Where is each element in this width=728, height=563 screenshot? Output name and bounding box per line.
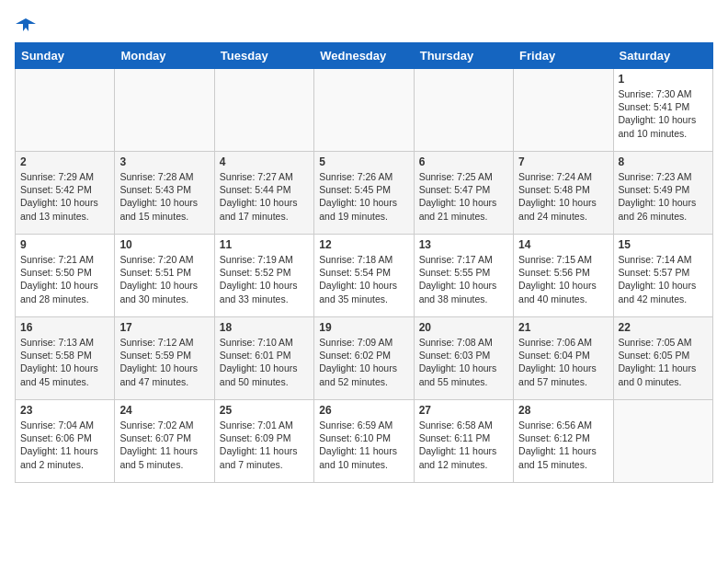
day-number: 16	[20, 321, 109, 334]
calendar-header-row: SundayMondayTuesdayWednesdayThursdayFrid…	[16, 43, 713, 69]
day-number: 8	[619, 155, 708, 168]
day-info: Sunrise: 7:19 AM Sunset: 5:52 PM Dayligh…	[220, 253, 309, 305]
calendar-cell: 6Sunrise: 7:25 AM Sunset: 5:47 PM Daylig…	[414, 152, 513, 235]
day-number: 20	[419, 321, 508, 334]
calendar-cell: 21Sunrise: 7:06 AM Sunset: 6:04 PM Dayli…	[514, 317, 613, 400]
day-number: 12	[319, 238, 408, 251]
day-number: 1	[619, 73, 708, 86]
calendar-cell: 5Sunrise: 7:26 AM Sunset: 5:45 PM Daylig…	[314, 152, 414, 235]
calendar-cell: 27Sunrise: 6:58 AM Sunset: 6:11 PM Dayli…	[414, 400, 513, 483]
calendar-cell: 1Sunrise: 7:30 AM Sunset: 5:41 PM Daylig…	[613, 69, 712, 152]
calendar-cell: 25Sunrise: 7:01 AM Sunset: 6:09 PM Dayli…	[214, 400, 313, 483]
calendar-cell: 19Sunrise: 7:09 AM Sunset: 6:02 PM Dayli…	[314, 317, 414, 400]
calendar-cell: 8Sunrise: 7:23 AM Sunset: 5:49 PM Daylig…	[613, 152, 712, 235]
day-number: 11	[220, 238, 309, 251]
calendar-cell: 20Sunrise: 7:08 AM Sunset: 6:03 PM Dayli…	[414, 317, 513, 400]
day-info: Sunrise: 7:23 AM Sunset: 5:49 PM Dayligh…	[619, 170, 708, 223]
calendar-cell: 24Sunrise: 7:02 AM Sunset: 6:07 PM Dayli…	[115, 400, 214, 483]
calendar-cell: 23Sunrise: 7:04 AM Sunset: 6:06 PM Dayli…	[16, 400, 115, 483]
calendar-cell: 12Sunrise: 7:18 AM Sunset: 5:54 PM Dayli…	[314, 235, 414, 317]
day-info: Sunrise: 7:01 AM Sunset: 6:09 PM Dayligh…	[220, 419, 309, 471]
calendar-cell	[115, 69, 214, 152]
day-info: Sunrise: 7:21 AM Sunset: 5:50 PM Dayligh…	[20, 253, 109, 305]
day-info: Sunrise: 7:13 AM Sunset: 5:58 PM Dayligh…	[20, 336, 109, 388]
day-info: Sunrise: 7:14 AM Sunset: 5:57 PM Dayligh…	[619, 253, 708, 305]
calendar-cell: 2Sunrise: 7:29 AM Sunset: 5:42 PM Daylig…	[16, 152, 115, 235]
day-info: Sunrise: 7:20 AM Sunset: 5:51 PM Dayligh…	[119, 253, 209, 305]
day-number: 27	[419, 404, 508, 417]
day-number: 17	[119, 321, 209, 334]
day-number: 28	[518, 404, 608, 417]
day-number: 4	[220, 155, 309, 168]
weekday-header-thursday: Thursday	[414, 43, 513, 69]
calendar-cell	[613, 400, 712, 483]
page-header	[15, 15, 713, 35]
day-info: Sunrise: 6:58 AM Sunset: 6:11 PM Dayligh…	[419, 419, 508, 471]
calendar-cell	[414, 69, 513, 152]
day-number: 2	[20, 155, 109, 168]
day-info: Sunrise: 7:12 AM Sunset: 5:59 PM Dayligh…	[119, 336, 209, 388]
day-info: Sunrise: 7:17 AM Sunset: 5:55 PM Dayligh…	[419, 253, 508, 305]
weekday-header-wednesday: Wednesday	[314, 43, 414, 69]
day-info: Sunrise: 6:59 AM Sunset: 6:10 PM Dayligh…	[319, 419, 408, 471]
calendar-week-row: 9Sunrise: 7:21 AM Sunset: 5:50 PM Daylig…	[16, 235, 713, 317]
weekday-header-sunday: Sunday	[16, 43, 115, 69]
weekday-header-saturday: Saturday	[613, 43, 712, 69]
calendar-cell: 16Sunrise: 7:13 AM Sunset: 5:58 PM Dayli…	[16, 317, 115, 400]
day-number: 19	[319, 321, 408, 334]
day-number: 14	[518, 238, 608, 251]
calendar-cell	[16, 69, 115, 152]
day-info: Sunrise: 7:27 AM Sunset: 5:44 PM Dayligh…	[220, 170, 309, 223]
calendar-cell: 7Sunrise: 7:24 AM Sunset: 5:48 PM Daylig…	[514, 152, 613, 235]
day-number: 5	[319, 155, 408, 168]
calendar-table: SundayMondayTuesdayWednesdayThursdayFrid…	[15, 42, 713, 483]
calendar-cell: 28Sunrise: 6:56 AM Sunset: 6:12 PM Dayli…	[514, 400, 613, 483]
calendar-week-row: 2Sunrise: 7:29 AM Sunset: 5:42 PM Daylig…	[16, 152, 713, 235]
calendar-cell	[214, 69, 313, 152]
day-info: Sunrise: 7:24 AM Sunset: 5:48 PM Dayligh…	[518, 170, 608, 223]
calendar-cell: 4Sunrise: 7:27 AM Sunset: 5:44 PM Daylig…	[214, 152, 313, 235]
weekday-header-monday: Monday	[115, 43, 214, 69]
calendar-cell	[314, 69, 414, 152]
day-info: Sunrise: 7:10 AM Sunset: 6:01 PM Dayligh…	[220, 336, 309, 388]
calendar-cell: 10Sunrise: 7:20 AM Sunset: 5:51 PM Dayli…	[115, 235, 214, 317]
calendar-cell	[514, 69, 613, 152]
day-number: 24	[119, 404, 209, 417]
day-number: 23	[20, 404, 109, 417]
calendar-cell: 26Sunrise: 6:59 AM Sunset: 6:10 PM Dayli…	[314, 400, 414, 483]
logo	[15, 15, 37, 35]
calendar-cell: 14Sunrise: 7:15 AM Sunset: 5:56 PM Dayli…	[514, 235, 613, 317]
day-number: 9	[20, 238, 109, 251]
day-info: Sunrise: 7:25 AM Sunset: 5:47 PM Dayligh…	[419, 170, 508, 223]
weekday-header-friday: Friday	[514, 43, 613, 69]
day-info: Sunrise: 7:09 AM Sunset: 6:02 PM Dayligh…	[319, 336, 408, 388]
calendar-cell: 3Sunrise: 7:28 AM Sunset: 5:43 PM Daylig…	[115, 152, 214, 235]
calendar-week-row: 23Sunrise: 7:04 AM Sunset: 6:06 PM Dayli…	[16, 400, 713, 483]
day-info: Sunrise: 7:04 AM Sunset: 6:06 PM Dayligh…	[20, 419, 109, 471]
calendar-cell: 9Sunrise: 7:21 AM Sunset: 5:50 PM Daylig…	[16, 235, 115, 317]
day-number: 26	[319, 404, 408, 417]
logo-bird-icon	[16, 15, 36, 35]
day-info: Sunrise: 7:18 AM Sunset: 5:54 PM Dayligh…	[319, 253, 408, 305]
calendar-cell: 22Sunrise: 7:05 AM Sunset: 6:05 PM Dayli…	[613, 317, 712, 400]
day-number: 7	[518, 155, 608, 168]
day-info: Sunrise: 7:02 AM Sunset: 6:07 PM Dayligh…	[119, 419, 209, 471]
calendar-cell: 15Sunrise: 7:14 AM Sunset: 5:57 PM Dayli…	[613, 235, 712, 317]
day-info: Sunrise: 7:06 AM Sunset: 6:04 PM Dayligh…	[518, 336, 608, 388]
day-number: 10	[119, 238, 209, 251]
day-number: 18	[220, 321, 309, 334]
day-info: Sunrise: 7:29 AM Sunset: 5:42 PM Dayligh…	[20, 170, 109, 223]
calendar-cell: 18Sunrise: 7:10 AM Sunset: 6:01 PM Dayli…	[214, 317, 313, 400]
day-number: 3	[119, 155, 209, 168]
calendar-cell: 17Sunrise: 7:12 AM Sunset: 5:59 PM Dayli…	[115, 317, 214, 400]
day-number: 13	[419, 238, 508, 251]
calendar-week-row: 16Sunrise: 7:13 AM Sunset: 5:58 PM Dayli…	[16, 317, 713, 400]
day-number: 15	[619, 238, 708, 251]
weekday-header-tuesday: Tuesday	[214, 43, 313, 69]
day-info: Sunrise: 7:15 AM Sunset: 5:56 PM Dayligh…	[518, 253, 608, 305]
day-info: Sunrise: 7:05 AM Sunset: 6:05 PM Dayligh…	[619, 336, 708, 388]
day-info: Sunrise: 7:08 AM Sunset: 6:03 PM Dayligh…	[419, 336, 508, 388]
day-number: 21	[518, 321, 608, 334]
day-info: Sunrise: 7:28 AM Sunset: 5:43 PM Dayligh…	[119, 170, 209, 223]
calendar-cell: 11Sunrise: 7:19 AM Sunset: 5:52 PM Dayli…	[214, 235, 313, 317]
